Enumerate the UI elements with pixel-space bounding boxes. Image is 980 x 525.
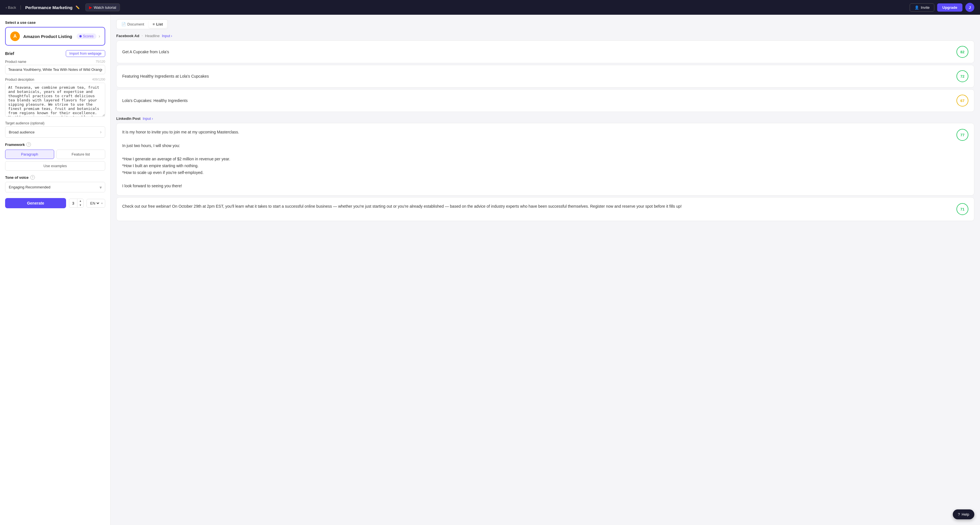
back-button[interactable]: ‹ Back (6, 5, 16, 10)
input-chevron-icon: › (171, 34, 172, 38)
section-dot: · (142, 33, 143, 38)
brief-title: Brief (5, 51, 14, 56)
content-area: 📄 Document ≡ List Facebook Ad · Headline… (111, 15, 980, 525)
count-up-arrow[interactable]: ▲ (77, 199, 83, 203)
tone-help-icon[interactable]: ? (30, 175, 35, 180)
document-icon: 📄 (121, 22, 126, 26)
use-case-section: Select a use case A Amazon Product Listi… (5, 21, 105, 46)
product-name-input[interactable] (5, 65, 105, 74)
facebook-subtype: Headline (145, 34, 160, 38)
table-row: Lola's Cupcakes: Healthy Ingredients 67 (116, 89, 974, 112)
header-divider: | (20, 5, 21, 10)
sidebar: Select a use case A Amazon Product Listi… (0, 15, 111, 525)
linkedin-score-badge: 77 (956, 129, 968, 141)
product-name-label: Product name 75/120 (5, 60, 105, 64)
generate-row: Generate 3 ▲ ▼ EN ▾ (5, 198, 105, 211)
result-text: Lola's Cupcakes: Healthy Ingredients (122, 98, 952, 104)
target-audience-chevron: › (100, 130, 102, 135)
use-case-icon: A (10, 32, 20, 41)
facebook-type: Facebook Ad (116, 34, 139, 38)
list-item: Check out our free webinar! On October 2… (116, 197, 974, 221)
count-stepper[interactable]: 3 ▲ ▼ (69, 198, 84, 208)
watch-tutorial-button[interactable]: ▶ Watch tutorial (85, 3, 120, 11)
linkedin-result-text: It is my honor to invite you to join me … (122, 129, 952, 190)
score-badge: 72 (956, 70, 968, 82)
view-toggle: 📄 Document ≡ List (116, 19, 168, 29)
score-badge: 82 (956, 46, 968, 58)
scores-dot (80, 35, 82, 37)
lang-select[interactable]: EN (89, 201, 100, 206)
facebook-results: Get A Cupcake from Lola's 82 Featuring H… (116, 41, 974, 112)
document-view-button[interactable]: 📄 Document (118, 21, 148, 28)
table-row: Featuring Healthy Ingredients at Lola's … (116, 65, 974, 87)
result-text: Featuring Healthy Ingredients at Lola's … (122, 73, 952, 79)
import-button[interactable]: Import from webpage (66, 50, 105, 57)
linkedin-input-chevron-icon: › (152, 116, 153, 121)
linkedin-input-link[interactable]: Input › (143, 116, 153, 121)
scores-badge[interactable]: Scores (76, 33, 96, 39)
count-down-arrow[interactable]: ▼ (77, 203, 83, 208)
lang-chevron-icon: ▾ (101, 202, 103, 205)
page-title: Performance Marketing (25, 5, 73, 10)
avatar[interactable]: J (965, 3, 974, 12)
main-layout: Select a use case A Amazon Product Listi… (0, 15, 980, 525)
list-item: It is my honor to invite you to join me … (116, 123, 974, 195)
use-case-card[interactable]: A Amazon Product Listing Scores › (5, 27, 105, 46)
linkedin-results: It is my honor to invite you to join me … (116, 123, 974, 221)
use-case-name: Amazon Product Listing (23, 34, 76, 39)
generate-button[interactable]: Generate (5, 198, 66, 208)
scores-label: Scores (83, 34, 93, 38)
list-icon: ≡ (153, 22, 155, 26)
invite-person-icon: 👤 (915, 5, 919, 10)
edit-icon[interactable]: ✏️ (75, 5, 80, 10)
youtube-icon: ▶ (89, 5, 92, 10)
language-selector[interactable]: EN ▾ (86, 199, 105, 208)
product-description-input[interactable] (5, 83, 105, 117)
target-audience-value: Broad audience (9, 130, 100, 134)
count-value: 3 (69, 200, 77, 207)
use-case-section-label: Select a use case (5, 21, 105, 25)
feature-list-button[interactable]: Feature list (56, 150, 105, 159)
product-name-counter: 75/120 (95, 60, 105, 64)
list-view-button[interactable]: ≡ List (149, 21, 167, 28)
header: ‹ Back | Performance Marketing ✏️ ▶ Watc… (0, 0, 980, 15)
tone-section: Tone of voice ? Engaging Recommended ▾ (5, 175, 105, 192)
upgrade-button[interactable]: Upgrade (937, 3, 963, 12)
tone-label: Tone of voice (5, 175, 29, 180)
table-row: Get A Cupcake from Lola's 82 (116, 41, 974, 63)
framework-help-icon[interactable]: ? (26, 142, 31, 147)
score-badge: 67 (956, 95, 968, 106)
linkedin-score-badge: 71 (956, 203, 968, 215)
paragraph-button[interactable]: Paragraph (5, 150, 54, 159)
tutorial-label: Watch tutorial (94, 5, 116, 10)
use-examples-button[interactable]: Use examples (5, 161, 105, 171)
framework-section: Framework ? Paragraph Feature list Use e… (5, 142, 105, 171)
brief-section: Brief Import from webpage Product name 7… (5, 50, 105, 138)
target-audience-label: Target audience (optional) (5, 121, 105, 125)
result-text: Get A Cupcake from Lola's (122, 49, 952, 55)
product-description-label: Product description 409/1200 (5, 78, 105, 82)
help-icon: ? (958, 512, 960, 517)
linkedin-result-text: Check out our free webinar! On October 2… (122, 203, 952, 210)
invite-button[interactable]: 👤 Invite (910, 3, 934, 12)
tone-select[interactable]: Engaging Recommended (5, 182, 105, 192)
linkedin-type: LinkedIn Post (116, 116, 140, 121)
linkedin-section-header: LinkedIn Post Input › (116, 116, 974, 121)
help-button[interactable]: ? Help (953, 509, 974, 519)
chevron-right-icon: › (99, 34, 100, 39)
facebook-input-link[interactable]: Input › (162, 34, 172, 38)
target-audience-selector[interactable]: Broad audience › (5, 126, 105, 138)
product-description-counter: 409/1200 (92, 78, 105, 82)
framework-label: Framework (5, 143, 25, 147)
facebook-section-header: Facebook Ad · Headline Input › (116, 33, 974, 38)
